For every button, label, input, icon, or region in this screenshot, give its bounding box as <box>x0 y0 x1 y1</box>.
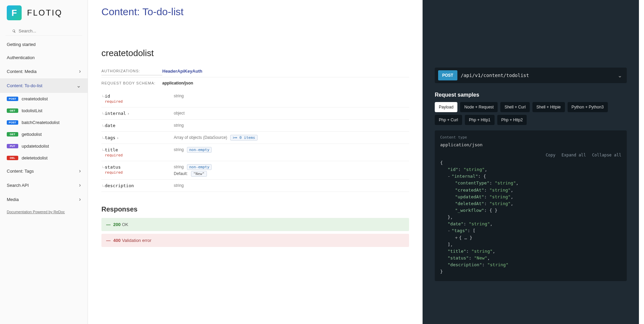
schema-row-date: date string <box>101 120 409 132</box>
operation-title: createtodolist <box>101 48 409 58</box>
chevron-right-icon: › <box>79 196 81 202</box>
tree-glyph-icon <box>101 166 105 170</box>
schema-name[interactable]: internal› <box>101 107 174 119</box>
endpoint-bar[interactable]: POST /api/v1/content/todolist ⌄ <box>435 68 627 83</box>
tree-glyph-icon <box>101 95 105 99</box>
sidebar-subitem-gettodolist[interactable]: GET gettodolist <box>0 128 88 140</box>
tab-php-http1[interactable]: Php + Http1 <box>465 115 495 125</box>
sidebar-item-content-media[interactable]: Content: Media › <box>0 64 88 78</box>
json-val: "string" <box>490 194 511 199</box>
request-samples-heading: Request samples <box>435 92 627 98</box>
schema-name[interactable]: tags› <box>101 132 174 144</box>
sidebar-item-label: Authentication <box>7 55 34 60</box>
schema-type: string <box>174 90 409 102</box>
request-body-label: REQUEST BODY SCHEMA: <box>101 81 162 87</box>
sidebar-subitem-label: todolistList <box>22 108 42 113</box>
schema-name: date <box>101 120 174 131</box>
sidebar-item-search-api[interactable]: Search API › <box>0 178 88 192</box>
code-sample: Content type application/json Copy Expan… <box>435 130 627 281</box>
collapse-icon: — <box>106 238 111 243</box>
tab-python3[interactable]: Python + Python3 <box>568 102 608 112</box>
schema-field-name: title <box>105 147 118 152</box>
json-val: { } <box>490 208 497 213</box>
expand-all-button[interactable]: Expand all <box>562 153 586 157</box>
tab-node-request[interactable]: Node + Request <box>460 102 498 112</box>
json-val: "string" <box>469 221 490 226</box>
response-text: Validation error <box>122 238 151 243</box>
sidebar-footer-link[interactable]: Documentation Powered by ReDoc <box>7 210 81 214</box>
chevron-right-icon: › <box>79 182 81 188</box>
sidebar-subitem-createtodolist[interactable]: POST createtodolist <box>0 93 88 105</box>
schema-row-description: description string <box>101 180 409 192</box>
response-400[interactable]: — 400 Validation error <box>101 234 409 247</box>
expand-toggle-icon[interactable]: + <box>455 235 458 240</box>
response-200[interactable]: — 200 OK <box>101 218 409 231</box>
sidebar-item-label: Search API <box>7 183 29 188</box>
sidebar-item-getting-started[interactable]: Getting started <box>0 38 88 51</box>
sidebar-item-authentication[interactable]: Authentication <box>0 51 88 64</box>
sidebar: F FLOTIQ Getting started Authentication … <box>0 0 88 324</box>
authorizations-link[interactable]: HeaderApiKeyAuth <box>162 69 202 74</box>
content-type-value: application/json <box>440 140 621 149</box>
copy-button[interactable]: Copy <box>546 153 555 157</box>
method-badge: POST <box>7 97 18 101</box>
json-val: "string" <box>490 188 511 193</box>
schema-type: string non-empty <box>174 144 409 155</box>
schema-table: id required string internal› object date <box>101 90 409 192</box>
collapse-toggle-icon[interactable]: - <box>448 174 450 179</box>
expand-arrow-icon[interactable]: › <box>117 136 119 140</box>
method-badge: DEL <box>7 156 18 160</box>
chevron-down-icon[interactable]: ⌄ <box>618 72 622 79</box>
sidebar-subitem-deletetodolist[interactable]: DEL deletetodolist <box>0 152 88 164</box>
sidebar-sublist: POST createtodolist GET todolistList POS… <box>0 93 88 164</box>
tab-payload[interactable]: Payload <box>435 102 457 112</box>
sidebar-item-label: Content: Tags <box>7 169 34 174</box>
default-label: Default: "New" <box>174 171 207 176</box>
schema-name: title required <box>101 144 174 161</box>
tree-glyph-icon <box>101 112 105 116</box>
tab-shell-curl[interactable]: Shell + Curl <box>500 102 529 112</box>
schema-field-name: date <box>105 123 115 128</box>
sidebar-subitem-updatetodolist[interactable]: PUT updatetodolist <box>0 140 88 152</box>
collapse-all-button[interactable]: Collapse all <box>592 153 621 157</box>
sidebar-item-content-tags[interactable]: Content: Tags › <box>0 164 88 178</box>
tab-php-curl[interactable]: Php + Curl <box>435 115 462 125</box>
sidebar-subitem-todolistlist[interactable]: GET todolistList <box>0 105 88 117</box>
brand-name: FLOTIQ <box>27 8 63 18</box>
schema-type-text: Array of objects (DataSource) <box>174 135 227 140</box>
default-value: "New" <box>191 171 207 177</box>
schema-row-title: title required string non-empty <box>101 144 409 161</box>
sidebar-subitem-batchcreatetodolist[interactable]: POST batchCreatetodolist <box>0 117 88 128</box>
schema-type: string non-empty Default: "New" <box>174 161 409 179</box>
schema-name: description <box>101 180 174 192</box>
required-label: required <box>105 153 174 157</box>
sidebar-subitem-label: deletetodolist <box>22 155 48 160</box>
schema-name: status required <box>101 161 174 178</box>
search-input[interactable] <box>19 28 75 33</box>
sidebar-item-label: Media <box>7 197 19 202</box>
required-label: required <box>105 99 174 104</box>
default-label-text: Default: <box>174 171 188 176</box>
expand-arrow-icon[interactable]: › <box>127 112 129 116</box>
main: Content: To-do-list createtodolist AUTHO… <box>88 0 644 324</box>
schema-field-name: internal <box>105 111 126 116</box>
search-wrap[interactable] <box>5 26 82 36</box>
method-badge: GET <box>7 108 18 113</box>
endpoint-path: /api/v1/content/todolist <box>461 73 618 78</box>
schema-type: string <box>174 180 409 191</box>
method-badge: POST <box>7 120 18 125</box>
schema-constraint: non-empty <box>187 147 212 153</box>
tab-php-http2[interactable]: Php + Http2 <box>497 115 527 125</box>
tab-shell-httpie[interactable]: Shell + Httpie <box>532 102 565 112</box>
sidebar-subitem-label: batchCreatetodolist <box>22 120 59 125</box>
tree-glyph-icon <box>101 136 105 140</box>
request-body-row: REQUEST BODY SCHEMA: application/json <box>101 77 409 89</box>
collapse-toggle-icon[interactable]: - <box>448 228 450 233</box>
schema-field-name: description <box>105 183 134 188</box>
sidebar-item-media[interactable]: Media › <box>0 192 88 206</box>
schema-type-text: string <box>174 147 184 152</box>
schema-row-tags: tags› Array of objects (DataSource) >= 0… <box>101 132 409 144</box>
chevron-down-icon: ⌄ <box>76 82 81 89</box>
response-text: OK <box>122 222 128 227</box>
sidebar-item-content-todolist[interactable]: Content: To-do-list ⌄ <box>0 78 88 93</box>
